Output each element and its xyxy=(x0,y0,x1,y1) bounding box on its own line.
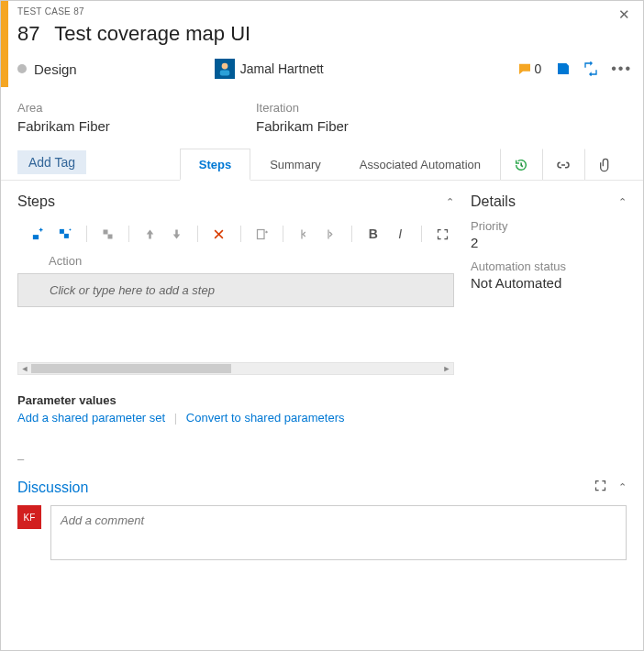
steps-title: Steps xyxy=(17,193,55,210)
toolbar-separator xyxy=(128,226,129,242)
details-panel: Details ⌃ Priority 2 Automation status N… xyxy=(471,193,627,466)
create-shared-steps-icon[interactable] xyxy=(96,223,119,245)
current-user-avatar: KF xyxy=(17,505,41,529)
details-title: Details xyxy=(471,193,516,210)
area-value: Fabrikam Fiber xyxy=(17,118,256,134)
title-row: 87 Test coverage map UI xyxy=(17,20,632,55)
details-section-header: Details ⌃ xyxy=(471,193,627,210)
toolbar-separator xyxy=(351,226,352,242)
classification-fields: Area Fabrikam Fiber Iteration Fabrikam F… xyxy=(1,92,643,134)
outdent-icon[interactable] xyxy=(293,223,316,245)
discussion-section: Discussion ⌃ KF xyxy=(1,466,643,569)
move-up-icon[interactable] xyxy=(139,223,161,245)
indent-icon[interactable] xyxy=(319,223,342,245)
toolbar-separator xyxy=(86,226,87,242)
refresh-icon[interactable] xyxy=(583,61,598,76)
assignee-name: Jamal Hartnett xyxy=(240,61,324,76)
toolbar-separator xyxy=(240,226,241,242)
fullscreen-icon[interactable] xyxy=(431,223,454,245)
assignee-field[interactable]: Jamal Hartnett xyxy=(215,59,324,79)
discussion-title: Discussion xyxy=(17,480,88,496)
priority-value: 2 xyxy=(471,235,627,250)
collapse-details-icon[interactable]: ⌃ xyxy=(618,196,627,208)
automation-status-value: Not Automated xyxy=(471,275,627,291)
tabs: Steps Summary Associated Automation xyxy=(180,149,627,180)
discussion-comment-row: KF xyxy=(17,505,627,560)
avatar-icon xyxy=(215,59,235,79)
comments-button[interactable]: 0 xyxy=(517,61,541,76)
scroll-right-icon[interactable]: ► xyxy=(440,364,453,373)
collapse-steps-icon[interactable]: ⌃ xyxy=(446,196,454,208)
priority-label: Priority xyxy=(471,219,627,233)
header: TEST CASE 87 ✕ 87 Test coverage map UI D… xyxy=(1,1,643,92)
close-icon[interactable]: ✕ xyxy=(618,6,630,23)
tab-attachments-icon[interactable] xyxy=(584,149,627,180)
automation-status-field[interactable]: Automation status Not Automated xyxy=(471,259,627,291)
svg-rect-4 xyxy=(64,233,69,237)
link-separator: | xyxy=(174,411,177,425)
toolbar-separator xyxy=(283,226,283,242)
priority-field[interactable]: Priority 2 xyxy=(471,219,627,250)
iteration-value: Fabrikam Fiber xyxy=(256,118,494,134)
add-step-placeholder[interactable]: Click or type here to add a step xyxy=(17,273,454,307)
toolbar-separator xyxy=(197,226,198,242)
svg-rect-2 xyxy=(33,235,39,239)
svg-point-0 xyxy=(221,63,228,70)
work-item-type-label: TEST CASE 87 xyxy=(17,6,632,20)
parameter-values-title: Parameter values xyxy=(17,393,454,407)
italic-icon[interactable]: I xyxy=(389,223,412,245)
work-item-window: TEST CASE 87 ✕ 87 Test coverage map UI D… xyxy=(0,0,644,651)
work-item-title[interactable]: Test coverage map UI xyxy=(54,22,250,45)
insert-step-icon[interactable] xyxy=(27,223,50,245)
steps-scrollbar[interactable]: ◄ ► xyxy=(17,362,454,375)
comment-input[interactable] xyxy=(50,505,627,560)
tab-history-icon[interactable] xyxy=(500,149,542,180)
svg-rect-5 xyxy=(103,229,107,234)
tabs-row: Add Tag Steps Summary Associated Automat… xyxy=(1,134,643,181)
iteration-label: Iteration xyxy=(256,101,494,115)
tab-summary[interactable]: Summary xyxy=(250,149,340,180)
save-icon[interactable] xyxy=(556,61,571,76)
svg-rect-1 xyxy=(219,71,229,76)
steps-column-action: Action xyxy=(17,254,454,273)
area-field[interactable]: Area Fabrikam Fiber xyxy=(17,101,256,134)
iteration-field[interactable]: Iteration Fabrikam Fiber xyxy=(256,101,494,134)
meta-row: Design Jamal Hartnett 0 xyxy=(17,55,632,83)
automation-status-label: Automation status xyxy=(471,259,627,273)
parameter-values-section: Parameter values Add a shared parameter … xyxy=(17,393,454,425)
work-item-id: 87 xyxy=(17,22,39,45)
tab-associated-automation[interactable]: Associated Automation xyxy=(340,149,500,180)
add-attachment-icon[interactable] xyxy=(250,223,273,245)
discussion-fullscreen-icon[interactable] xyxy=(594,479,607,496)
collapsed-marker: – xyxy=(17,452,454,466)
collapse-discussion-icon[interactable]: ⌃ xyxy=(618,481,627,493)
comment-count: 0 xyxy=(534,61,541,76)
discussion-header: Discussion ⌃ xyxy=(17,479,627,496)
convert-shared-parameters-link[interactable]: Convert to shared parameters xyxy=(186,411,345,425)
tab-links-icon[interactable] xyxy=(542,149,584,180)
tab-steps[interactable]: Steps xyxy=(180,149,250,181)
state-dot-icon xyxy=(17,64,27,73)
meta-actions: 0 ••• xyxy=(517,61,632,77)
steps-toolbar: B I xyxy=(17,219,454,254)
svg-rect-7 xyxy=(257,229,264,238)
toolbar-separator xyxy=(421,226,422,242)
body: Steps ⌃ B I xyxy=(1,181,643,466)
more-actions-icon[interactable]: ••• xyxy=(611,61,632,77)
scroll-thumb[interactable] xyxy=(31,364,231,373)
add-shared-parameter-link[interactable]: Add a shared parameter set xyxy=(17,411,165,425)
add-tag-button[interactable]: Add Tag xyxy=(17,150,86,174)
state-label[interactable]: Design xyxy=(34,61,77,77)
scroll-left-icon[interactable]: ◄ xyxy=(18,364,31,373)
move-down-icon[interactable] xyxy=(165,223,188,245)
svg-rect-6 xyxy=(107,234,112,238)
insert-shared-step-icon[interactable] xyxy=(53,223,76,245)
delete-step-icon[interactable] xyxy=(207,223,230,245)
area-label: Area xyxy=(17,101,256,115)
steps-section-header: Steps ⌃ xyxy=(17,193,454,210)
main-column: Steps ⌃ B I xyxy=(17,193,454,466)
svg-rect-3 xyxy=(60,228,64,233)
bold-icon[interactable]: B xyxy=(361,223,384,245)
